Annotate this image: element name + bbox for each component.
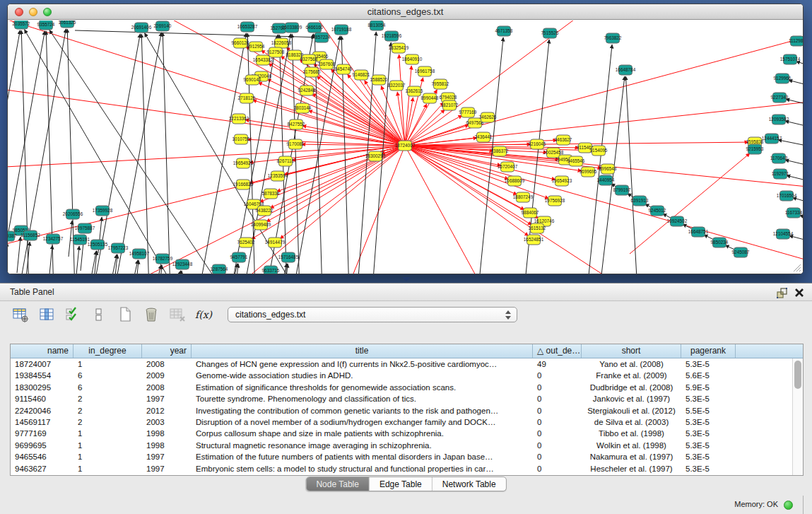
table-cell[interactable]: 0: [533, 440, 582, 451]
table-cell[interactable]: 18724007: [11, 358, 73, 370]
header-cell-year[interactable]: year: [142, 344, 192, 358]
table-cell[interactable]: Yano et al. (2008): [582, 358, 681, 370]
panel-splitter-handle[interactable]: [402, 277, 411, 281]
table-cell[interactable]: 0: [533, 428, 582, 439]
table-cell[interactable]: 1: [73, 440, 142, 451]
table-row[interactable]: 1830029562008Estimation of significance …: [11, 382, 803, 393]
zoom-window-button[interactable]: [43, 8, 52, 16]
table-row[interactable]: 969969511998Structural magnetic resonanc…: [11, 440, 803, 451]
table-cell[interactable]: Tourette syndrome. Phenomenology and cla…: [192, 393, 533, 404]
table-row[interactable]: 946362711997Embryonic stem cells: a mode…: [11, 463, 803, 474]
table-row[interactable]: 946554611997Estimation of the future num…: [11, 451, 803, 462]
graph-edge[interactable]: [17, 237, 20, 273]
table-cell[interactable]: Investigating the contribution of common…: [192, 405, 533, 416]
table-cell[interactable]: Wolkin et al. (1998): [582, 440, 681, 451]
network-view-window[interactable]: citations_edges.txt 18724007966012489129…: [7, 4, 804, 274]
graph-edge[interactable]: [584, 45, 612, 274]
table-cell[interactable]: Genome-wide association studies in ADHD.: [192, 370, 533, 381]
table-cell[interactable]: 6: [73, 382, 142, 393]
graph-edge[interactable]: [253, 100, 405, 146]
table-cell[interactable]: 2009: [142, 370, 192, 381]
delete-table-button[interactable]: [168, 305, 187, 324]
header-cell-short[interactable]: short: [582, 344, 681, 358]
select-all-rows-button[interactable]: [64, 305, 82, 324]
graph-edge[interactable]: [789, 235, 803, 244]
table-cell[interactable]: 6: [73, 370, 142, 381]
tab-node-table[interactable]: Node Table: [306, 477, 370, 491]
graph-edge[interactable]: [292, 34, 300, 274]
table-cell[interactable]: 1: [73, 463, 142, 474]
table-cell[interactable]: 5.3E-5: [681, 440, 736, 451]
graph-edge[interactable]: [785, 160, 803, 168]
graph-edge[interactable]: [8, 84, 405, 146]
table-cell[interactable]: 2: [73, 393, 142, 404]
table-row[interactable]: 911546021997Tourette syndrome. Phenomeno…: [11, 393, 803, 404]
table-cell[interactable]: 18300295: [11, 382, 73, 393]
table-panel-header[interactable]: Table Panel: [0, 283, 812, 301]
table-cell[interactable]: 2: [73, 416, 142, 428]
header-cell-out_de…[interactable]: △ out_de…: [533, 344, 582, 358]
close-panel-icon[interactable]: [794, 287, 805, 298]
table-cell[interactable]: 5.3E-5: [681, 393, 736, 404]
table-cell[interactable]: Nakamura et al. (1997): [582, 451, 681, 462]
graph-edge[interactable]: [141, 34, 150, 274]
table-row[interactable]: 977716911998Corpus callosum shape and si…: [11, 428, 803, 439]
table-cell[interactable]: 1: [73, 451, 142, 462]
memory-status-indicator[interactable]: [784, 501, 793, 510]
table-cell[interactable]: 5.5E-5: [681, 405, 736, 416]
delete-rows-button[interactable]: [142, 305, 160, 324]
graph-edge[interactable]: [796, 62, 803, 69]
table-cell[interactable]: Dudbridge et al. (2008): [582, 382, 681, 393]
show-columns-button[interactable]: [37, 305, 56, 324]
table-cell[interactable]: 1997: [142, 451, 192, 462]
header-cell-pagerank[interactable]: pagerank: [681, 344, 736, 358]
minimize-window-button[interactable]: [29, 8, 37, 16]
table-cell[interactable]: 0: [533, 393, 582, 404]
table-row[interactable]: 1872400712008Changes of HCN gene express…: [11, 358, 803, 370]
table-cell[interactable]: 5.6E-5: [681, 370, 736, 381]
table-cell[interactable]: Estimation of significance thresholds fo…: [192, 382, 533, 393]
graph-edge[interactable]: [787, 175, 803, 184]
graph-edge[interactable]: [789, 80, 803, 88]
table-cell[interactable]: Hescheler et al. (1997): [582, 463, 681, 474]
table-row[interactable]: 1456911722003Disruption of a novel membe…: [11, 416, 803, 428]
table-cell[interactable]: 1: [73, 428, 142, 439]
function-builder-button[interactable]: f(x): [194, 305, 213, 324]
table-cell[interactable]: Franke et al. (2009): [582, 370, 681, 381]
table-cell[interactable]: 9699695: [11, 440, 73, 451]
graph-edge[interactable]: [114, 255, 117, 274]
table-cell[interactable]: 1997: [142, 463, 192, 474]
close-window-button[interactable]: [15, 8, 23, 16]
table-cell[interactable]: 9465546: [11, 451, 73, 462]
table-cell[interactable]: 0: [533, 382, 582, 393]
table-cell[interactable]: Tibbo et al. (1998): [582, 428, 681, 439]
table-cell[interactable]: 0: [533, 405, 582, 416]
table-cell[interactable]: 14569117: [11, 416, 73, 428]
table-cell[interactable]: 5.3E-5: [681, 451, 736, 462]
table-cell[interactable]: Disruption of a novel member of a sodium…: [192, 416, 533, 428]
table-cell[interactable]: 0: [533, 370, 582, 381]
graph-edge[interactable]: [785, 121, 803, 129]
graph-edge[interactable]: [399, 54, 405, 146]
header-cell-title[interactable]: title: [192, 344, 533, 358]
header-cell-name[interactable]: name: [11, 344, 73, 358]
table-cell[interactable]: 1: [73, 358, 142, 370]
header-cell-in_degree[interactable]: in_degree: [73, 344, 142, 358]
table-cell[interactable]: Structural magnetic resonance image aver…: [192, 440, 533, 451]
table-cell[interactable]: 2012: [142, 405, 192, 416]
table-cell[interactable]: 2008: [142, 382, 192, 393]
window-resize-grip[interactable]: [792, 262, 801, 272]
table-cell[interactable]: 49: [533, 358, 582, 370]
table-cell[interactable]: 19384554: [11, 370, 73, 381]
table-cell[interactable]: de Silva et al. (2003): [582, 416, 681, 428]
table-cell[interactable]: 0: [533, 463, 582, 474]
graph-edge[interactable]: [104, 255, 117, 274]
new-table-button[interactable]: [116, 305, 134, 324]
table-cell[interactable]: 5.3E-5: [681, 463, 736, 474]
table-cell[interactable]: 0: [533, 451, 582, 462]
table-cell[interactable]: 5.3E-5: [681, 358, 736, 370]
graph-edge[interactable]: [194, 33, 246, 274]
network-graph[interactable]: 1872400796601248912954182260589127508165…: [8, 21, 803, 274]
table-cell[interactable]: Changes of HCN gene expression and I(f) …: [192, 358, 533, 370]
table-cell[interactable]: 22420046: [11, 405, 73, 416]
